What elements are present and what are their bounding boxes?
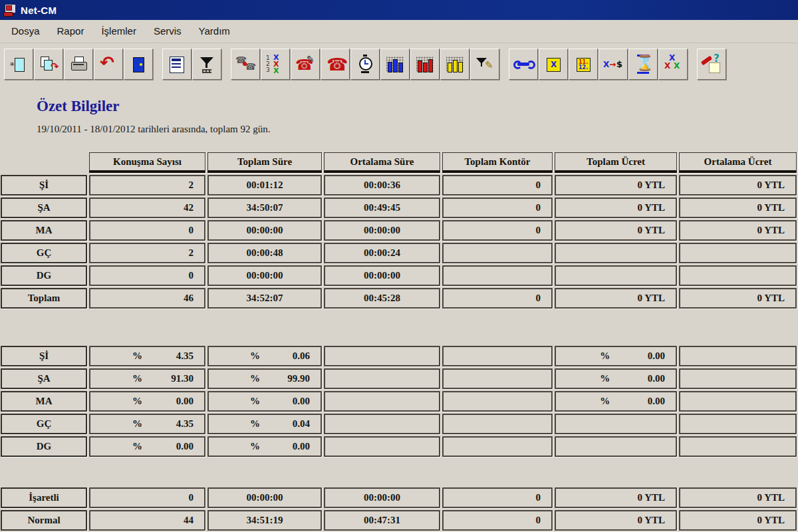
toolbar-group: ? <box>697 49 727 80</box>
percentage-table: Şİ%4.35%0.06%0.00ŞA%91.30%99.90%0.00MA%0… <box>1 346 798 457</box>
toolbar-phone-dial-button[interactable]: ☎ <box>321 49 350 80</box>
toolbar-chart-blue-button[interactable] <box>380 49 410 80</box>
phone-transfer-icon: ☎☎ <box>235 54 256 75</box>
cell <box>442 243 553 263</box>
percent-sign: % <box>132 396 142 407</box>
cell <box>555 265 677 286</box>
row-label-sa: ŞA <box>1 198 87 218</box>
menu-item-rapor[interactable]: Rapor <box>49 21 93 42</box>
row-label-sa: ŞA <box>1 368 87 389</box>
cell <box>324 368 440 389</box>
cell: %91.30 <box>89 368 205 389</box>
toolbar-duration-report-button[interactable]: X <box>539 49 568 80</box>
toolbar-phone-transfer-button[interactable]: ☎☎ <box>231 49 260 80</box>
cell: 00:00:00 <box>324 265 440 286</box>
toolbar-copy-report-button[interactable]: ↷ <box>34 49 63 80</box>
percent-sign: % <box>250 396 260 407</box>
toolbar-report-list-button[interactable] <box>162 49 192 80</box>
toolbar: ✳↷↶☎☎1 2 3XXX☎✎☎✎X11.12.X→$⌛XXX? <box>0 43 798 84</box>
row-label-dg: DG <box>1 265 87 286</box>
menu-item-dosya[interactable]: Dosya <box>3 21 49 42</box>
phone-edit-icon: ☎✎ <box>295 54 316 75</box>
row-label-si: Şİ <box>1 346 87 366</box>
cell: %4.35 <box>89 414 205 434</box>
percent-value: 91.30 <box>171 373 194 384</box>
cell: 2 <box>89 243 205 263</box>
row-label-ma: MA <box>1 220 87 241</box>
report-content: Özet Bilgiler 19/10/2011 - 18/01/2012 ta… <box>0 84 798 531</box>
menu-bar: DosyaRaporİşlemlerServisYardım <box>0 20 798 43</box>
cell: 0 <box>442 288 553 309</box>
cell: 34:51:19 <box>207 510 322 531</box>
cell <box>442 414 553 434</box>
toolbar-chart-yellow-button[interactable] <box>440 49 469 80</box>
percent-sign: % <box>250 441 260 452</box>
toolbar-settings-wrench-button[interactable] <box>509 49 538 80</box>
cell: 0 YTL <box>679 175 797 196</box>
toolbar-undo-button[interactable]: ↶ <box>94 49 123 80</box>
percent-value: 99.90 <box>287 373 310 384</box>
toolbar-filter-edit-button[interactable]: ✎ <box>470 49 499 80</box>
cell <box>679 414 797 434</box>
cell <box>679 391 797 412</box>
cell: %0.00 <box>555 346 677 366</box>
percent-sign: % <box>600 350 610 362</box>
cell: 0 YTL <box>679 487 797 508</box>
cell: 00:01:12 <box>207 175 322 196</box>
status-table: İşaretli000:00:0000:00:0000 YTL0 YTLNorm… <box>1 487 798 531</box>
cell: 0 <box>442 510 553 531</box>
menu-item-islemler[interactable]: İşlemler <box>92 21 145 42</box>
toolbar-sort-records-button[interactable]: 1 2 3XXX <box>261 49 290 80</box>
cell <box>324 414 440 434</box>
cell: 0 YTL <box>555 198 677 218</box>
page-title: Özet Bilgiler <box>37 98 798 115</box>
cell: 34:50:07 <box>207 198 322 218</box>
percent-sign: % <box>600 396 610 407</box>
toolbar-duration-stack-button[interactable]: XXX <box>658 49 688 80</box>
toolbar-exit-button[interactable] <box>124 49 153 80</box>
toolbar-calendar-report-button[interactable]: 11.12. <box>569 49 598 80</box>
cell <box>679 346 797 366</box>
toolbar-phone-edit-button[interactable]: ☎✎ <box>291 49 320 80</box>
copy-report-icon: ↷ <box>38 54 59 75</box>
menu-item-yardim[interactable]: Yardım <box>190 21 239 42</box>
cell <box>555 436 677 457</box>
toolbar-alarm-clock-button[interactable] <box>350 49 380 80</box>
percent-sign: % <box>250 418 260 430</box>
cell <box>324 436 440 457</box>
cell: 0 YTL <box>555 487 677 508</box>
toolbar-help-button[interactable]: ? <box>697 49 726 80</box>
column-header: Konuşma Sayısı <box>89 152 205 173</box>
percent-sign: % <box>132 373 142 384</box>
column-header: Ortalama Süre <box>324 152 440 173</box>
row-label-gc: GÇ <box>1 414 87 434</box>
filter-icon <box>196 54 217 75</box>
cell: 00:00:00 <box>207 265 322 286</box>
cell: 0 YTL <box>555 288 677 309</box>
toolbar-new-report-button[interactable]: ✳ <box>4 49 33 80</box>
cell: 00:45:28 <box>324 288 440 309</box>
cell: 0 <box>442 175 553 196</box>
cell: 0 YTL <box>555 510 677 531</box>
toolbar-duration-to-cost-button[interactable]: X→$ <box>598 49 628 80</box>
new-report-icon: ✳ <box>8 54 29 75</box>
percent-value: 0.00 <box>176 396 194 407</box>
chart-yellow-icon <box>444 54 466 75</box>
toolbar-hourglass-button[interactable]: ⌛ <box>628 49 658 80</box>
percent-value: 4.35 <box>176 350 194 362</box>
toolbar-group: ☎☎1 2 3XXX☎✎☎✎ <box>231 49 500 80</box>
toolbar-chart-red-button[interactable] <box>410 49 440 80</box>
percent-value: 0.00 <box>176 441 194 452</box>
phone-dial-icon: ☎ <box>325 54 346 75</box>
toolbar-filter-button[interactable] <box>192 49 221 80</box>
cell: %0.00 <box>555 391 677 412</box>
cell: %0.00 <box>207 391 322 412</box>
undo-icon: ↶ <box>98 54 119 75</box>
menu-item-servis[interactable]: Servis <box>145 21 190 42</box>
toolbar-print-button[interactable] <box>64 49 93 80</box>
cell: 0 YTL <box>555 220 677 241</box>
duration-report-icon: X <box>543 54 564 75</box>
percent-sign: % <box>250 373 260 384</box>
cell: 0 YTL <box>679 288 797 309</box>
cell <box>442 436 553 457</box>
